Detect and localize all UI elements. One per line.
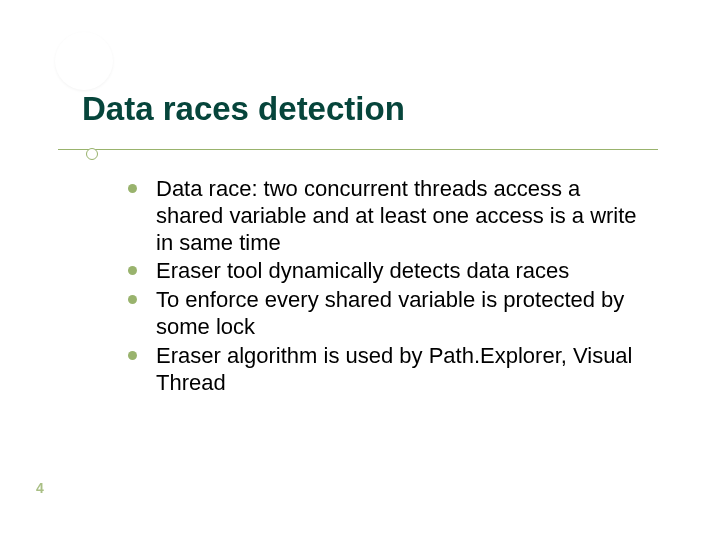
divider-line — [58, 136, 658, 150]
bullet-icon — [128, 295, 137, 304]
list-item: Eraser algorithm is used by Path.Explore… — [128, 343, 650, 397]
bullet-icon — [128, 266, 137, 275]
divider-dot — [86, 148, 98, 160]
decorative-circle — [55, 32, 113, 90]
bullet-icon — [128, 351, 137, 360]
bullet-list: Data race: two concurrent threads access… — [128, 176, 650, 397]
bullet-text: Eraser tool dynamically detects data rac… — [156, 258, 569, 283]
slide-title: Data races detection — [82, 90, 672, 128]
list-item: Eraser tool dynamically detects data rac… — [128, 258, 650, 285]
divider — [58, 136, 658, 154]
bullet-text: To enforce every shared variable is prot… — [156, 287, 624, 339]
page-number: 4 — [36, 480, 44, 496]
title-block: Data races detection — [82, 90, 672, 134]
list-item: Data race: two concurrent threads access… — [128, 176, 650, 256]
bullet-text: Eraser algorithm is used by Path.Explore… — [156, 343, 633, 395]
list-item: To enforce every shared variable is prot… — [128, 287, 650, 341]
content-area: Data race: two concurrent threads access… — [128, 176, 650, 399]
bullet-text: Data race: two concurrent threads access… — [156, 176, 637, 255]
bullet-icon — [128, 184, 137, 193]
